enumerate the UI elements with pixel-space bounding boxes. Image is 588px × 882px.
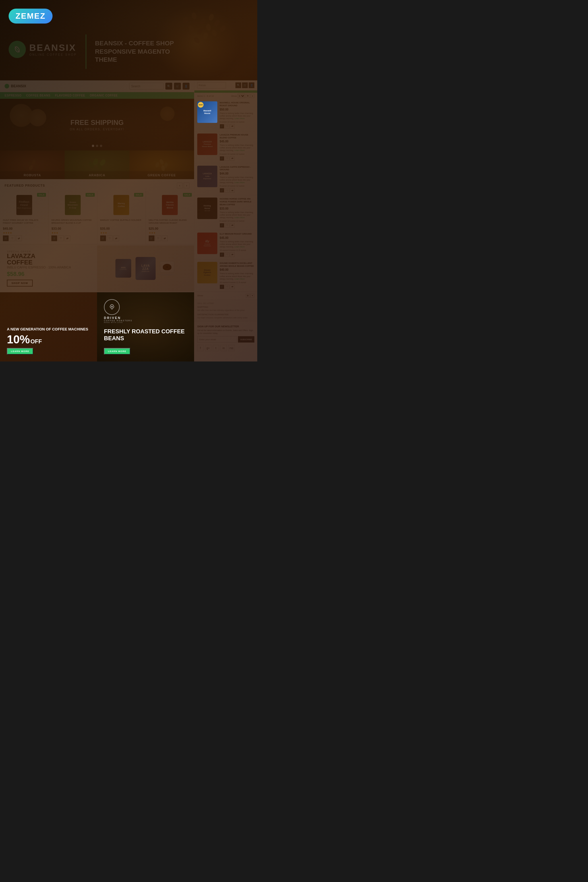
promo-beans-headline: FRESHLY ROASTED COFFEE BEANS xyxy=(104,328,187,342)
promo-machines-banner: A NEW GENERATION OF COFFEE MACHINES 10% … xyxy=(0,292,97,362)
main-content: BEANSIX 🔍 🛒 👤 ESPRESSO COFFEE BEANS FLAV… xyxy=(0,80,194,362)
learn-more-beans[interactable]: LEARN MORE xyxy=(104,348,130,355)
promo-machines-headline: A NEW GENERATION OF COFFEE MACHINES xyxy=(7,327,90,332)
promo-beans-banner: DRIVEN COFFEE ROASTERS MADE WITH LOVE FR… xyxy=(97,292,194,362)
promo-off: OFF xyxy=(30,339,42,344)
promo-banners: A NEW GENERATION OF COFFEE MACHINES 10% … xyxy=(0,292,194,362)
sidebar-product-img-1: NEW MaxwellHouse xyxy=(197,101,218,123)
learn-more-machines[interactable]: LEARN MORE xyxy=(7,348,33,355)
svg-point-28 xyxy=(111,306,113,308)
page-wrapper: ZEMEZ xyxy=(0,0,257,362)
zemez-badge: ZEMEZ xyxy=(9,9,52,24)
website-mockup: BEANSIX 🔍 🛒 👤 ESPRESSO COFFEE BEANS FLAV… xyxy=(0,80,257,362)
promo-discount: 10% xyxy=(7,334,30,345)
